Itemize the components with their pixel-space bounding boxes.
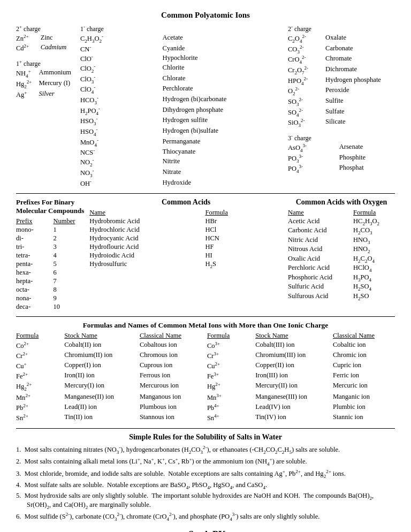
number-item: 10: [53, 303, 84, 311]
metal-classical: Mercurous ion: [140, 382, 202, 392]
metal-formula: Mn3+: [207, 393, 250, 402]
ion-name: Silicate: [325, 118, 395, 128]
metal-classical: Manganic ion: [333, 393, 395, 402]
metal-classical: Manganous ion: [140, 393, 202, 402]
oxy-acid-formula: HNO2: [353, 245, 395, 254]
metal-stock: Tin(IV) ion: [255, 413, 328, 422]
metal-stock: Iron(II) ion: [64, 371, 134, 381]
ion-formula: HCO3-: [80, 95, 159, 105]
three-minus-grid: AsO43-Arsenate PO33-Phosphite PO43-Phosp…: [288, 143, 395, 174]
ion-formula: NO2-: [80, 157, 159, 168]
ion-name: Phosphite: [339, 154, 395, 164]
oxy-acid-formula: HNO3: [353, 236, 395, 245]
metal-classical: Ferrous ion: [140, 371, 202, 381]
oxy-acid-formula: HClO4: [353, 264, 395, 273]
metal-stock: Chromium(III) ion: [255, 351, 328, 360]
ion-formula: ClO-: [80, 54, 159, 63]
metal-col-classical-2: Classical Name: [333, 332, 395, 340]
metal-formula: Hg2+: [207, 382, 250, 392]
acids-name-col: Name: [89, 209, 194, 217]
solubility-rule: 6. Most sulfide (S2-), carbonate (CO32-)…: [16, 512, 395, 522]
metal-ions-title: Formulas and Names of Common Metal Ions …: [16, 321, 395, 330]
prefix-item: hepta-: [16, 277, 42, 285]
ion-name: Acetate: [163, 34, 283, 44]
metal-formula: Co3+: [207, 341, 250, 350]
solubility-rule: 1. Most salts containing nitrates (NO3-)…: [16, 445, 395, 455]
metal-col-formula-1: Formula: [16, 332, 59, 340]
ion-name: Thiocyanate: [163, 148, 283, 157]
one-minus-header: 1- charge: [80, 24, 283, 33]
one-plus-grid: NH4+Ammonium Hg22+Mercury (I) Ag+Silver: [16, 69, 75, 98]
oxy-acid-name: Sulfuric Acid: [288, 283, 348, 292]
oxy-acid-formula: H3PO4: [353, 273, 395, 283]
ion-formula: SO32-: [288, 97, 322, 107]
ion-name: Chromate: [325, 55, 395, 65]
metal-stock: Cobalt(II) ion: [64, 341, 134, 350]
metal-stock: Cobalt(III) ion: [255, 341, 328, 350]
one-plus-group: 1+ charge NH4+Ammonium Hg22+Mercury (I) …: [16, 59, 75, 98]
acid-name: Hydrocyanic Acid: [89, 234, 194, 242]
metal-formula: Cr3+: [207, 351, 250, 360]
prefix-item: deca-: [16, 303, 42, 311]
ion-name: Cyanide: [163, 44, 283, 54]
number-item: 2: [53, 234, 84, 242]
metal-col-stock-2: Stock Name: [255, 332, 328, 340]
footer: www.StudyPK.com: [16, 529, 395, 532]
solubility-list: 1. Most salts containing nitrates (NO3-)…: [16, 445, 395, 522]
ion-formula: HSO4-: [80, 127, 159, 137]
metal-classical: Mercuric ion: [333, 382, 395, 392]
oxy-acid-name: Oxalic Acid: [288, 255, 348, 264]
ion-formula: Cr2O72-: [288, 65, 322, 75]
two-minus-group: 2- charge C2O42-Oxalate CO32-Carbonate C…: [288, 24, 395, 128]
ion-formula: SO42-: [288, 108, 322, 118]
page-title: Common Polyatomic Ions: [16, 11, 395, 20]
metal-stock: Manganese(II) ion: [64, 393, 134, 402]
oxy-acid-name: Sulfurous Acid: [288, 292, 348, 301]
metal-stock: Tin(II) ion: [64, 413, 134, 422]
ion-formula: H2PO4-: [80, 106, 159, 116]
prefix-col-header: Prefix: [16, 217, 42, 225]
ion-name: Nitrate: [163, 168, 283, 178]
metal-classical: Chromic ion: [333, 351, 395, 360]
divider-1: [16, 193, 395, 194]
metal-formula: Fe3+: [207, 371, 250, 381]
three-minus-header: 3- charge: [288, 133, 395, 142]
ion-formula: C2O42-: [288, 34, 322, 44]
ion-name: Phosphat: [339, 164, 395, 174]
oxy-name-col: Name: [288, 209, 348, 217]
oxy-acid-name: Carbonic Acid: [288, 226, 348, 235]
acid-formula: HI: [205, 252, 283, 260]
ion-formula: NH4+: [16, 69, 35, 79]
ion-formula: Cd2+: [16, 43, 37, 52]
oxy-acid-formula: H2C2O4: [353, 255, 395, 264]
metal-formula: Pb4+: [207, 403, 250, 412]
metal-stock: Lead(II) ion: [64, 403, 134, 412]
metal-formula: Fe2+: [16, 371, 59, 381]
oxy-acids-grid: Name Formula Acetic AcidHC2H3O2 Carbonic…: [288, 209, 395, 301]
ion-name: Hydrogen (bi)carbonate: [163, 95, 283, 105]
oxy-acid-formula: HC2H3O2: [353, 217, 395, 226]
metal-classical: Cuprous ion: [140, 361, 202, 370]
prefix-title-1: Prefixes For Binary: [16, 198, 84, 207]
ion-formula: SiO32-: [288, 118, 322, 128]
oxy-acid-name: Nitrous Acid: [288, 245, 348, 254]
metal-classical: Plumbic ion: [333, 403, 395, 412]
prefix-item: penta-: [16, 260, 42, 268]
metal-formula: Mn2+: [16, 393, 59, 402]
ion-name: Ammonium: [39, 69, 75, 79]
oxy-acid-name: Nitric Acid: [288, 236, 348, 245]
metal-stock: Copper(II) ion: [255, 361, 328, 370]
ion-name: Nitrite: [163, 157, 283, 168]
ion-name: Sulfite: [325, 97, 395, 107]
metal-formula: Co2+: [16, 341, 59, 350]
one-minus-grid: C2H3O2-Acetate CN-Cyanide ClO-Hypochlori…: [80, 34, 283, 188]
acid-name: Hydroflouric Acid: [89, 243, 194, 251]
two-minus-grid: C2O42-Oxalate CO32-Carbonate CrO42-Chrom…: [288, 34, 395, 128]
oxy-acids-title: Common Acids with Oxygen: [288, 198, 395, 207]
divider-2: [16, 316, 395, 317]
acid-formula: HBr: [205, 217, 283, 225]
metal-ions-section: Formulas and Names of Common Metal Ions …: [16, 321, 395, 423]
metal-formula: Sn4+: [207, 413, 250, 422]
prefix-grid: Prefix Number mono-1 di-2 tri-3 tetra-4 …: [16, 217, 84, 311]
two-plus-grid: Zn2+Zinc Cd2+Cadmium: [16, 34, 75, 52]
